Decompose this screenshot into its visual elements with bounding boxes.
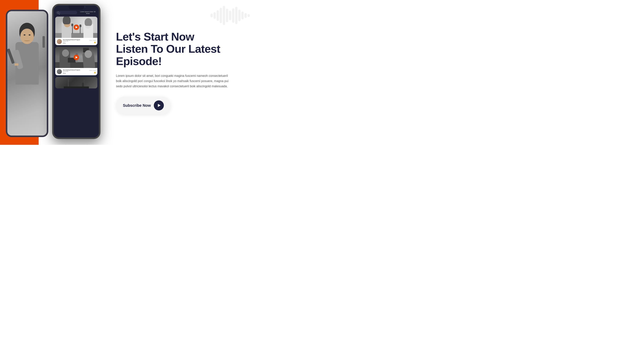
wave-bar-11 [241, 11, 244, 19]
episode-time-2: 00.00 / 1.32.00 [90, 70, 96, 71]
sound-wave-decoration [210, 6, 250, 25]
wave-bar-12 [244, 13, 247, 18]
card-image-1 [55, 16, 98, 38]
like-icon-1[interactable]: 👍 [90, 41, 96, 43]
episode-info-2: Our Amazing Podcast Program Art & Design [55, 68, 98, 75]
main-heading: Let's Start Now Listen To Our Latest Epi… [116, 30, 242, 67]
description-text: Lorem ipsum dolor sit amet, bori conguek… [116, 73, 232, 89]
subscribe-label: Subscribe Now [123, 103, 151, 108]
phones-container: | Lorem Ipsum Dolor Sit Amet [6, 4, 100, 141]
play-button-2[interactable] [74, 55, 79, 60]
play-button-1[interactable] [74, 24, 79, 30]
episode-title-2: Our Amazing Podcast Program [63, 69, 88, 70]
wave-bar-5 [223, 6, 225, 25]
search-cursor: | [60, 12, 60, 13]
search-bar[interactable]: | [56, 11, 77, 14]
wave-bar-1 [210, 13, 213, 17]
wave-bar-8 [232, 8, 234, 23]
episode-meta-1: Our Amazing Podcast Program Fashion Life [63, 39, 88, 44]
episode-meta-2: Our Amazing Podcast Program Art & Design [63, 69, 88, 74]
episode-sub-1: Fashion Life [63, 40, 88, 42]
heading-line1: Let's Start Now [116, 30, 194, 43]
waveform-icon-2 [63, 72, 66, 74]
episode-time-1: 00.00 / 1.50.00 [90, 40, 96, 41]
subscribe-button[interactable]: Subscribe Now [116, 96, 171, 114]
podcast-card-1: Our Amazing Podcast Program Fashion Life [55, 16, 98, 45]
phone-notch [68, 5, 84, 10]
right-section: Let's Start Now Listen To Our Latest Epi… [100, 0, 258, 145]
time-actions-1: 00.00 / 1.50.00 👍 [90, 40, 96, 43]
like-icon-2[interactable]: 👍 [90, 71, 96, 73]
episode-sub-2: Art & Design [63, 71, 88, 72]
wave-bar-7 [229, 11, 231, 20]
wave-bar-3 [216, 10, 219, 21]
avatar-1 [57, 39, 62, 44]
wave-bar-10 [238, 10, 240, 21]
wave-bar-4 [220, 8, 222, 23]
phone-screen: | Lorem Ipsum Dolor Sit Amet [54, 5, 99, 137]
phone-front: | Lorem Ipsum Dolor Sit Amet [52, 4, 100, 139]
left-section: | Lorem Ipsum Dolor Sit Amet [0, 0, 100, 145]
heading-line3: Episode! [116, 55, 162, 67]
avatar-2 [57, 69, 62, 74]
card-image-2 [55, 47, 98, 68]
time-actions-2: 00.00 / 1.32.00 👍 [90, 70, 96, 73]
phone-back [6, 10, 48, 137]
episode-actions-1 [63, 42, 88, 44]
header-title: Lorem Ipsum Dolor Sit Amet [79, 11, 97, 14]
arrow-circle [154, 100, 164, 110]
arrow-right-icon [158, 104, 160, 107]
wave-bar-9 [235, 7, 238, 24]
wave-bar-6 [226, 9, 228, 22]
heading-line2: Listen To Our Latest [116, 42, 220, 55]
episode-title-1: Our Amazing Podcast Program [63, 39, 88, 40]
wave-bar-2 [214, 12, 216, 19]
episode-actions-2 [63, 72, 88, 74]
subscribe-row: Subscribe Now [116, 96, 242, 114]
search-icon [57, 11, 59, 13]
waveform-icon-1 [63, 42, 66, 44]
wave-bar-13 [248, 14, 250, 17]
podcast-card-3 [55, 77, 98, 88]
episode-info-1: Our Amazing Podcast Program Fashion Life [55, 38, 98, 45]
podcast-card-2: Our Amazing Podcast Program Art & Design [55, 47, 98, 75]
